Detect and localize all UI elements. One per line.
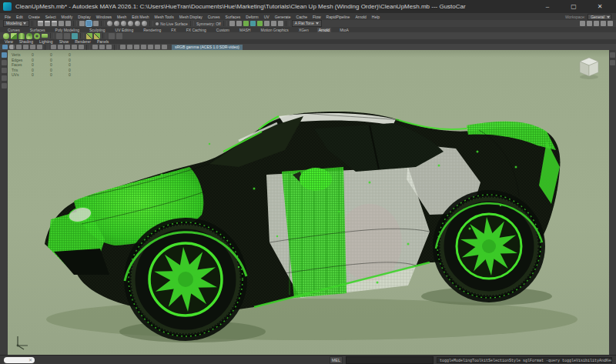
symmetry-label[interactable]: Symmetry: Off — [196, 22, 221, 26]
combine-icon[interactable] — [109, 33, 115, 39]
paint-effects-icon[interactable] — [271, 21, 276, 26]
render-settings-icon[interactable] — [250, 21, 256, 26]
colorspace-indicator[interactable]: sRGB gamma (ACES 1.0 SDR-video) — [172, 45, 243, 50]
image-plane-icon[interactable] — [30, 45, 35, 49]
separate-icon[interactable] — [116, 33, 122, 39]
select-object-icon[interactable] — [86, 21, 92, 26]
render-current-frame-icon[interactable] — [236, 21, 242, 26]
menu-cache[interactable]: Cache — [296, 15, 307, 19]
menu-windows[interactable]: Windows — [96, 15, 112, 19]
select-camera-icon[interactable] — [2, 45, 8, 49]
save-scene-icon[interactable] — [52, 21, 57, 26]
default-lighting-icon[interactable] — [120, 45, 126, 49]
car-wireframe-model[interactable] — [8, 50, 609, 355]
multisampling-icon[interactable] — [155, 45, 160, 49]
shelf-tool-icon[interactable] — [56, 33, 62, 39]
lasso-tool-icon[interactable] — [2, 60, 7, 65]
menu-generate[interactable]: Generate — [275, 15, 291, 19]
toon-icon[interactable] — [278, 21, 283, 26]
menu-mesh[interactable]: Mesh — [117, 15, 126, 19]
cancel-icon[interactable]: ✕ — [28, 358, 32, 362]
flat-tone-dropdown[interactable]: A Flat Tone — [292, 20, 322, 27]
light-editor-icon[interactable] — [264, 21, 270, 26]
gate-mask-icon[interactable] — [72, 45, 77, 49]
select-tool-icon[interactable] — [2, 52, 7, 58]
camera-attributes-icon[interactable] — [16, 45, 22, 49]
pan-zoom-icon[interactable] — [37, 45, 42, 49]
menu-uv[interactable]: UV — [264, 15, 270, 19]
perspective-viewport[interactable]: Verts000 Edges000 Faces000 Tris000 UVs00… — [8, 50, 609, 355]
xray-icon[interactable] — [99, 45, 105, 49]
open-scene-icon[interactable] — [45, 21, 50, 26]
hypershade-icon[interactable] — [257, 21, 263, 26]
command-input[interactable] — [346, 356, 434, 364]
grid-icon[interactable] — [51, 45, 56, 49]
motion-blur-icon[interactable] — [148, 45, 153, 49]
boolean-union-icon[interactable] — [86, 33, 92, 39]
shelf-tool-icon[interactable] — [72, 33, 78, 39]
menu-modify[interactable]: Modify — [62, 15, 73, 19]
humanik-toggle-icon[interactable] — [587, 21, 592, 26]
channel-box-toggle-icon[interactable] — [608, 21, 613, 26]
poly-sphere-icon[interactable] — [3, 33, 9, 39]
close-button[interactable]: ✕ — [587, 0, 613, 13]
menu-set-dropdown[interactable]: Modeling — [3, 20, 29, 27]
make-live-icon[interactable] — [142, 21, 147, 26]
menu-mesh-tools[interactable]: Mesh Tools — [155, 15, 174, 19]
bookmarks-icon[interactable] — [23, 45, 28, 49]
outliner-tab-icon[interactable] — [610, 52, 615, 58]
isolate-select-icon[interactable] — [92, 45, 98, 49]
resolution-gate-icon[interactable] — [65, 45, 70, 49]
ipr-render-icon[interactable] — [243, 21, 249, 26]
menu-rapidpipeline[interactable]: RapidPipeline — [326, 15, 350, 19]
workspace-dropdown[interactable]: General — [588, 14, 611, 20]
shelf-tool-icon[interactable] — [64, 33, 70, 39]
mel-label[interactable]: MEL — [330, 356, 343, 364]
poly-torus-icon[interactable] — [34, 33, 40, 39]
tool-settings-toggle-icon[interactable] — [601, 21, 606, 26]
menu-surfaces[interactable]: Surfaces — [226, 15, 241, 19]
snap-projected-center-icon[interactable] — [128, 21, 133, 26]
depth-of-field-icon[interactable] — [162, 45, 167, 49]
view-cube[interactable] — [575, 54, 603, 82]
lock-camera-icon[interactable] — [9, 45, 15, 49]
menu-create[interactable]: Create — [28, 15, 40, 19]
channel-box-tab-icon[interactable] — [610, 60, 615, 65]
select-hierarchy-icon[interactable] — [79, 21, 85, 26]
snap-curve-icon[interactable] — [114, 21, 119, 26]
menu-deform[interactable]: Deform — [246, 15, 258, 19]
menu-help[interactable]: Help — [372, 15, 380, 19]
snap-view-plane-icon[interactable] — [135, 21, 140, 26]
attribute-editor-toggle-icon[interactable] — [594, 21, 599, 26]
scale-tool-icon[interactable] — [2, 83, 7, 88]
undo-icon[interactable] — [59, 21, 64, 26]
progress-pill[interactable]: ✕ — [4, 357, 35, 363]
poly-cone-icon[interactable] — [26, 33, 32, 39]
ambient-occlusion-icon[interactable] — [141, 45, 146, 49]
snap-grid-icon[interactable] — [107, 21, 112, 26]
modeling-toolkit-toggle-icon[interactable] — [580, 21, 585, 26]
snap-point-icon[interactable] — [121, 21, 126, 26]
select-component-icon[interactable] — [93, 21, 99, 26]
menu-mesh-display[interactable]: Mesh Display — [179, 15, 203, 19]
move-tool-icon[interactable] — [2, 68, 7, 73]
menu-edit[interactable]: Edit — [16, 15, 23, 19]
menu-flow[interactable]: Flow — [313, 15, 321, 19]
redo-icon[interactable] — [65, 21, 71, 26]
wireframe-on-shaded-icon[interactable] — [106, 45, 112, 49]
poly-plane-icon[interactable] — [42, 34, 48, 38]
menu-select[interactable]: Select — [45, 15, 56, 19]
minimize-button[interactable]: – — [534, 0, 561, 13]
menu-curves[interactable]: Curves — [208, 15, 220, 19]
menu-file[interactable]: File — [5, 15, 11, 19]
shadows-icon[interactable] — [134, 45, 139, 49]
new-scene-icon[interactable] — [38, 21, 43, 26]
render-view-icon[interactable] — [229, 21, 235, 26]
boolean-difference-icon[interactable] — [94, 33, 100, 39]
rotate-tool-icon[interactable] — [2, 75, 7, 81]
all-lights-icon[interactable] — [127, 45, 132, 49]
film-gate-icon[interactable] — [58, 45, 63, 49]
maximize-button[interactable]: ▢ — [561, 0, 587, 13]
menu-arnold[interactable]: Arnold — [355, 15, 366, 19]
poly-cube-icon[interactable] — [11, 33, 17, 39]
